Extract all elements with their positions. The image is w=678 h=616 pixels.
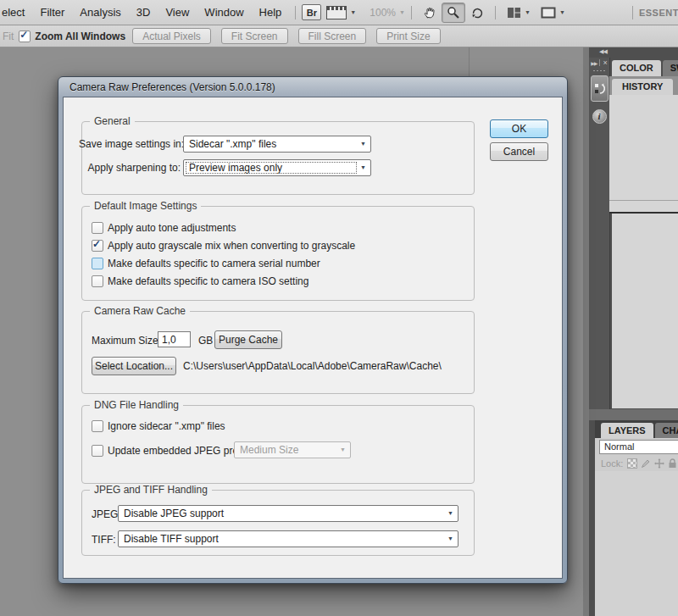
blend-mode-select[interactable]: Normal bbox=[599, 440, 678, 454]
view-extras-icon bbox=[326, 6, 347, 19]
ignore-sidecar-checkbox[interactable] bbox=[92, 420, 103, 432]
panel-icon-strip: ▶▶ × i bbox=[589, 58, 610, 409]
launch-bridge-button[interactable]: Br bbox=[302, 4, 321, 20]
maximum-size-input[interactable] bbox=[158, 331, 191, 347]
ok-button[interactable]: OK bbox=[490, 119, 548, 138]
lock-position-button[interactable] bbox=[654, 458, 664, 469]
resize-windows-to-fit-label: Fit bbox=[3, 31, 14, 42]
move-icon bbox=[654, 458, 664, 469]
chevron-down-icon: ▼ bbox=[340, 443, 346, 457]
select-location-button[interactable]: Select Location... bbox=[92, 357, 176, 375]
save-settings-label: Save image settings in: bbox=[79, 138, 181, 150]
padlock-icon bbox=[668, 458, 677, 469]
jpeg-handling-select[interactable]: Disable JPEG support ▼ bbox=[118, 505, 458, 522]
menu-select[interactable]: elect bbox=[0, 0, 32, 25]
color-panel-group-tabs: COLOR SWATCHES bbox=[609, 58, 678, 76]
fill-screen-button[interactable]: Fill Screen bbox=[298, 28, 367, 44]
ignore-sidecar-label: Ignore sidecar ".xmp" files bbox=[108, 420, 225, 432]
fit-screen-button[interactable]: Fit Screen bbox=[221, 28, 288, 44]
chevron-down-icon: ▼ bbox=[360, 161, 366, 175]
group-defaults-legend: Default Image Settings bbox=[90, 200, 201, 212]
defaults-iso-checkbox[interactable] bbox=[92, 275, 103, 287]
info-panel-button[interactable]: i bbox=[592, 106, 607, 126]
history-icon bbox=[594, 81, 605, 97]
divider bbox=[411, 6, 412, 19]
tab-layers[interactable]: LAYERS bbox=[601, 423, 653, 438]
tab-history[interactable]: HISTORY bbox=[612, 79, 673, 95]
auto-grayscale-checkbox[interactable] bbox=[92, 240, 103, 252]
camera-raw-preferences-dialog: Camera Raw Preferences (Version 5.0.0.17… bbox=[58, 76, 568, 584]
document-window-edge bbox=[469, 47, 470, 76]
hand-tool-button[interactable] bbox=[418, 3, 442, 23]
dialog-title[interactable]: Camera Raw Preferences (Version 5.0.0.17… bbox=[58, 77, 567, 97]
expand-panel-icon: ▶▶ bbox=[591, 60, 597, 66]
auto-tone-checkbox[interactable] bbox=[92, 222, 103, 234]
history-panel-button[interactable] bbox=[591, 75, 609, 102]
dock-gap bbox=[589, 409, 678, 420]
screen-mode-button[interactable]: ▼ bbox=[541, 7, 565, 19]
cache-path-value: C:\Users\user\AppData\Local\Adobe\Camera… bbox=[183, 360, 442, 372]
screen-mode-icon bbox=[541, 7, 556, 19]
dock-collapse-bar[interactable]: ◀◀ bbox=[589, 47, 678, 58]
chevron-down-icon: ▼ bbox=[399, 9, 405, 15]
purge-cache-button[interactable]: Purge Cache bbox=[214, 330, 282, 349]
group-jpeg-tiff-legend: JPEG and TIFF Handling bbox=[90, 484, 212, 496]
lock-all-button[interactable] bbox=[668, 458, 677, 469]
menu-window[interactable]: Window bbox=[197, 0, 251, 25]
defaults-serial-checkbox[interactable] bbox=[92, 258, 103, 269]
drag-grip-icon[interactable] bbox=[592, 69, 606, 73]
menu-3d[interactable]: 3D bbox=[129, 0, 158, 25]
update-previews-checkbox[interactable] bbox=[92, 445, 103, 457]
layers-lock-row: Lock: bbox=[595, 456, 678, 471]
tab-swatches[interactable]: SWATCHES bbox=[663, 60, 678, 76]
arrange-documents-icon bbox=[507, 7, 521, 19]
tab-channels[interactable]: CHANNELS bbox=[655, 423, 678, 438]
menu-analysis[interactable]: Analysis bbox=[72, 0, 128, 25]
view-extras-button[interactable]: ▼ bbox=[326, 6, 356, 19]
flyout-panel-header[interactable]: ▶▶ × bbox=[589, 58, 609, 68]
rotate-view-tool-button[interactable] bbox=[465, 3, 489, 23]
save-settings-select[interactable]: Sidecar ".xmp" files ▼ bbox=[183, 136, 371, 153]
gb-unit-label: GB bbox=[198, 335, 213, 347]
defaults-iso-label: Make defaults specific to camera ISO set… bbox=[108, 275, 308, 287]
divider bbox=[295, 6, 296, 19]
menu-filter[interactable]: Filter bbox=[32, 0, 72, 25]
jpeg-label: JPEG: bbox=[92, 508, 121, 520]
hand-icon bbox=[423, 6, 436, 19]
zoom-all-windows-checkbox[interactable] bbox=[19, 31, 31, 42]
zoom-all-windows-label: Zoom All Windows bbox=[35, 31, 125, 42]
zoom-level-value[interactable]: 100% bbox=[370, 7, 396, 19]
menu-view[interactable]: View bbox=[158, 0, 197, 25]
brush-icon bbox=[641, 458, 651, 469]
history-panel-tabs: HISTORY bbox=[609, 76, 678, 95]
layers-blend-row: Normal bbox=[595, 438, 678, 456]
collapse-dock-icon: ◀◀ bbox=[599, 48, 607, 55]
magnifier-icon bbox=[447, 6, 460, 19]
maximum-size-label: Maximum Size: bbox=[92, 335, 161, 347]
apply-sharpening-select[interactable]: Preview images only ▼ bbox=[183, 159, 371, 176]
rotate-view-icon bbox=[470, 6, 484, 19]
lock-image-button[interactable] bbox=[641, 458, 651, 469]
dock-divider[interactable] bbox=[583, 47, 589, 616]
tiff-label: TIFF: bbox=[92, 534, 116, 546]
cancel-button[interactable]: Cancel bbox=[490, 142, 548, 161]
menu-help[interactable]: Help bbox=[252, 0, 290, 25]
tab-color[interactable]: COLOR bbox=[612, 60, 661, 76]
lock-transparency-button[interactable] bbox=[627, 458, 637, 469]
close-panel-icon[interactable]: × bbox=[603, 58, 607, 67]
tiff-handling-select[interactable]: Disable TIFF support ▼ bbox=[118, 530, 458, 547]
group-general: General bbox=[81, 121, 475, 195]
preview-size-select: Medium Size ▼ bbox=[234, 441, 351, 458]
zoom-tool-button[interactable] bbox=[442, 3, 465, 23]
jpeg-handling-value: Disable JPEG support bbox=[124, 508, 224, 519]
preview-size-value: Medium Size bbox=[240, 444, 298, 456]
photoshop-window: elect Filter Analysis 3D View Window Hel… bbox=[0, 0, 678, 616]
group-camera-raw-cache: Camera Raw Cache bbox=[81, 311, 475, 394]
workspace-switcher[interactable]: ESSENTIALS bbox=[639, 8, 678, 18]
chevron-down-icon: ▼ bbox=[559, 9, 565, 15]
print-size-button[interactable]: Print Size bbox=[376, 28, 440, 44]
tiff-handling-value: Disable TIFF support bbox=[124, 533, 219, 545]
arrange-documents-button[interactable]: ▼ bbox=[507, 7, 531, 19]
save-settings-value: Sidecar ".xmp" files bbox=[189, 138, 276, 150]
actual-pixels-button[interactable]: Actual Pixels bbox=[132, 28, 211, 44]
